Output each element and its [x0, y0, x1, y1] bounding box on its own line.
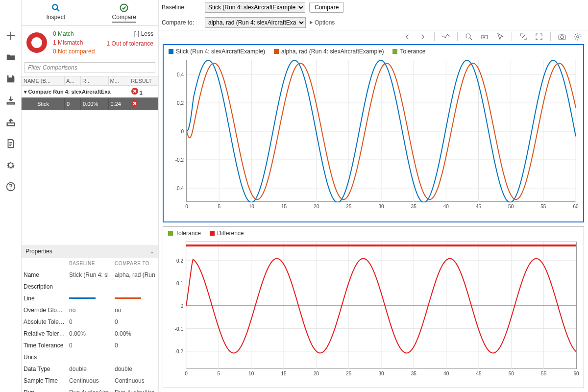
legend-swatch-green — [392, 49, 397, 54]
col-name[interactable]: NAME (B... — [22, 76, 65, 86]
compareto-label: Compare to: — [162, 19, 201, 26]
svg-point-6 — [483, 37, 484, 38]
fail-icon — [131, 88, 138, 95]
camera-icon[interactable] — [558, 32, 566, 41]
prop-row: RunRun 4: slexAircRun 4: slexAirc — [22, 387, 158, 392]
tab-inspect-label: Inspect — [46, 14, 65, 21]
settings-icon[interactable] — [573, 32, 582, 41]
prop-row: Data Typedoubledouble — [22, 363, 158, 375]
top-chart[interactable]: Stick (Run 4: slexAircraftExample) alpha… — [163, 44, 584, 222]
export-icon[interactable] — [4, 116, 17, 128]
prop-row: Sample TimeContinuousContinuous — [22, 375, 158, 387]
toggle-less[interactable]: [-] Less — [107, 30, 153, 37]
tab-compare[interactable]: Compare — [90, 0, 159, 25]
legend-swatch-orange — [274, 49, 279, 54]
prop-row: Line — [22, 293, 158, 304]
right-panel: Baseline: Stick (Run 4: slexAircraftExam… — [159, 0, 588, 392]
col-rel[interactable]: R... — [81, 76, 108, 86]
col-result[interactable]: RESULT — [129, 76, 158, 86]
help-icon[interactable] — [4, 180, 17, 193]
properties-panel: BASELINECOMPARE TONameStick (Run 4: slal… — [22, 258, 158, 392]
plot-toolbar — [159, 30, 588, 43]
svg-point-7 — [484, 37, 485, 38]
expand-icon[interactable] — [519, 32, 528, 41]
fail-icon — [131, 100, 138, 107]
check-icon — [119, 3, 129, 13]
left-rail — [0, 0, 22, 392]
col-max[interactable]: M... — [108, 76, 129, 86]
save-icon[interactable] — [4, 73, 17, 85]
svg-point-9 — [561, 36, 564, 39]
nav-next-icon[interactable] — [418, 32, 427, 41]
summary-ring-icon — [26, 32, 47, 53]
prop-row: Override Global Tolenono — [22, 304, 158, 316]
top-plot-area: -0.4-0.200.20.4051015202530354045505560 — [186, 60, 576, 202]
folder-icon[interactable] — [4, 51, 17, 64]
report-icon[interactable] — [4, 137, 17, 150]
legend-swatch-green — [168, 231, 173, 236]
table-group-row[interactable]: ▾ Compare Run 4: slexAircraftExa 1 — [22, 86, 158, 98]
prop-row: Description — [22, 281, 158, 293]
summary-match: 0 Match — [53, 30, 95, 37]
baseline-select[interactable]: Stick (Run 4: slexAircraftExample — [205, 2, 305, 13]
compare-button[interactable]: Compare — [309, 2, 344, 13]
add-icon[interactable] — [4, 29, 17, 42]
tab-inspect[interactable]: Inspect — [22, 0, 90, 25]
prop-row: Units — [22, 351, 158, 363]
col-abs[interactable]: A... — [65, 76, 81, 86]
prop-row: Relative Tolerance0.00%0.00% — [22, 328, 158, 340]
prop-row: Time Tolerance00 — [22, 340, 158, 351]
cursor-icon[interactable] — [496, 32, 505, 41]
svg-point-4 — [466, 34, 470, 38]
chevron-down-icon: ⌄ — [149, 248, 154, 255]
svg-point-10 — [577, 36, 579, 38]
compareto-row: Compare to: alpha, rad (Run 4: slexAircr… — [159, 15, 588, 30]
zoom-icon[interactable] — [465, 32, 473, 41]
legend-swatch-red — [210, 231, 215, 236]
baseline-label: Baseline: — [162, 4, 201, 11]
summary-mismatch: 1 Mismatch — [53, 39, 95, 46]
baseline-row: Baseline: Stick (Run 4: slexAircraftExam… — [159, 0, 588, 15]
comparison-table: NAME (B... A... R... M... RESULT ▾ Compa… — [22, 76, 158, 110]
table-row[interactable]: Stick 0 0.00% 0.24 — [22, 98, 158, 110]
nav-prev-icon[interactable] — [403, 32, 412, 41]
legend-swatch-blue — [169, 49, 173, 54]
summary-out-of-tol: 1 Out of tolerance — [107, 40, 153, 47]
compareto-select[interactable]: alpha, rad (Run 4: slexAircraftExa — [205, 17, 306, 28]
pan-icon[interactable] — [480, 32, 489, 41]
search-icon — [51, 3, 61, 13]
options-button[interactable]: Options — [310, 19, 335, 26]
svg-point-2 — [52, 4, 57, 9]
prop-row: Absolute Tolerance00 — [22, 316, 158, 328]
svg-point-1 — [10, 189, 11, 190]
filter-input[interactable]: Filter Comparisons — [24, 62, 155, 73]
gear-icon[interactable] — [4, 159, 17, 172]
triangle-right-icon — [310, 21, 313, 24]
fullscreen-icon[interactable] — [535, 32, 543, 41]
bottom-chart[interactable]: Tolerance Difference -0.2-0.100.10.20510… — [163, 226, 584, 388]
tab-compare-label: Compare — [112, 14, 136, 23]
left-panel: Inspect Compare 0 Match 1 Mismatch 0 Not… — [22, 0, 159, 392]
import-icon[interactable] — [4, 94, 17, 107]
summary-block: 0 Match 1 Mismatch 0 Not compared [-] Le… — [22, 25, 158, 59]
bottom-plot-area: -0.2-0.100.10.2051015202530354045505560 — [186, 242, 577, 369]
prop-row: NameStick (Run 4: slalpha, rad (Run — [22, 269, 158, 281]
properties-header[interactable]: Properties ⌄ — [22, 245, 158, 258]
tabs: Inspect Compare — [22, 0, 158, 25]
summary-notcompared: 0 Not compared — [53, 48, 95, 55]
signal-icon[interactable] — [441, 32, 450, 41]
